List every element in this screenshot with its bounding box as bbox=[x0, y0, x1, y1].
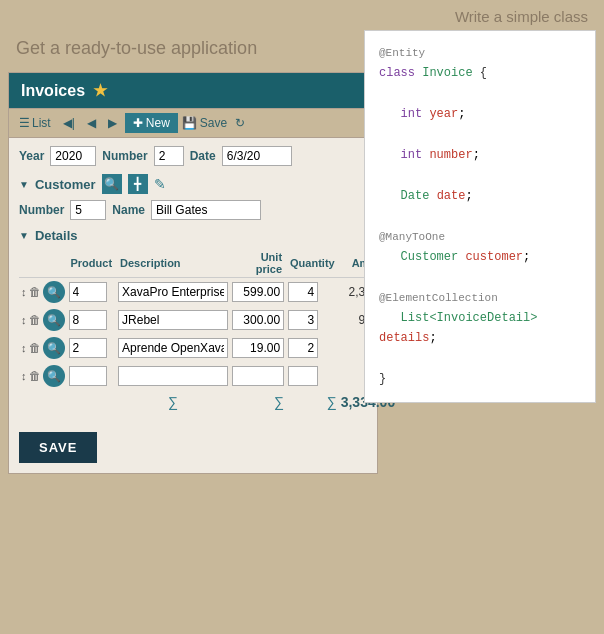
details-table: Product Description Unit price Quantity … bbox=[19, 249, 397, 414]
details-section-header: ▼ Details bbox=[19, 228, 367, 243]
number-label: Number bbox=[102, 149, 147, 163]
row-actions-1: ↕ 🗑 🔍 bbox=[21, 309, 65, 331]
customer-add-button[interactable]: ╋ bbox=[128, 174, 148, 194]
refresh-icon: ↻ bbox=[235, 116, 245, 130]
unit-price-input-2[interactable] bbox=[232, 338, 284, 358]
product-input-3[interactable] bbox=[69, 366, 107, 386]
unit-price-input-0[interactable] bbox=[232, 282, 284, 302]
row-search-button-3[interactable]: 🔍 bbox=[43, 365, 65, 387]
customer-edit-button[interactable]: ✎ bbox=[154, 176, 166, 192]
description-input-0[interactable] bbox=[118, 282, 228, 302]
save-toolbar-button[interactable]: 💾 Save bbox=[182, 116, 227, 130]
sort-icon-3[interactable]: ↕ bbox=[21, 370, 27, 382]
description-input-3[interactable] bbox=[118, 366, 228, 386]
delete-button-1[interactable]: 🗑 bbox=[29, 313, 41, 327]
number-input[interactable] bbox=[154, 146, 184, 166]
table-row: ↕ 🗑 🔍 38.00 bbox=[19, 334, 397, 362]
sort-icon-1[interactable]: ↕ bbox=[21, 314, 27, 326]
quantity-input-3[interactable] bbox=[288, 366, 318, 386]
code-panel: @Entity class Invoice { int year; int nu… bbox=[364, 30, 596, 403]
delete-button-2[interactable]: 🗑 bbox=[29, 341, 41, 355]
code-line-9: List<InvoiceDetail> details; bbox=[379, 308, 581, 349]
favorite-icon[interactable]: ★ bbox=[93, 81, 107, 100]
search-icon: 🔍 bbox=[104, 177, 119, 191]
details-section: ▼ Details Product Description Unit price… bbox=[19, 228, 367, 414]
col-unit-price: Unit price bbox=[230, 249, 286, 278]
first-button[interactable]: ◀| bbox=[59, 114, 79, 132]
table-row: ↕ 🗑 🔍 900.00 bbox=[19, 306, 397, 334]
customer-search-button[interactable]: 🔍 bbox=[102, 174, 122, 194]
customer-number-input[interactable] bbox=[70, 200, 106, 220]
delete-button-0[interactable]: 🗑 bbox=[29, 285, 41, 299]
col-quantity: Quantity bbox=[286, 249, 339, 278]
row-search-button-2[interactable]: 🔍 bbox=[43, 337, 65, 359]
add-icon: ╋ bbox=[134, 177, 141, 191]
row-actions-2: ↕ 🗑 🔍 bbox=[21, 337, 65, 359]
next-button[interactable]: ▶ bbox=[104, 114, 121, 132]
quantity-input-1[interactable] bbox=[288, 310, 318, 330]
customer-toggle[interactable]: ▼ bbox=[19, 179, 29, 190]
row-search-button-1[interactable]: 🔍 bbox=[43, 309, 65, 331]
search-icon-3: 🔍 bbox=[47, 370, 61, 383]
table-row: ↕ 🗑 🔍 bbox=[19, 362, 397, 390]
refresh-button[interactable]: ↻ bbox=[231, 114, 249, 132]
customer-fields: Number Name bbox=[19, 200, 367, 220]
next-icon: ▶ bbox=[108, 116, 117, 130]
code-line-5: Date date; bbox=[379, 186, 581, 206]
bg-top-text: Write a simple class bbox=[455, 8, 588, 25]
product-input-2[interactable] bbox=[69, 338, 107, 358]
list-icon: ☰ bbox=[19, 116, 30, 130]
code-line-7: Customer customer; bbox=[379, 247, 581, 267]
first-icon: ◀| bbox=[63, 116, 75, 130]
sort-icon-0[interactable]: ↕ bbox=[21, 286, 27, 298]
form-area: Year Number Date ▼ Customer 🔍 ╋ ✎ Number… bbox=[9, 138, 377, 422]
description-input-1[interactable] bbox=[118, 310, 228, 330]
new-icon: ✚ bbox=[133, 116, 143, 130]
app-panel: Invoices ★ ☰ List ◀| ◀ ▶ ✚ New 💾 Save ↻ bbox=[8, 72, 378, 474]
row-search-button-0[interactable]: 🔍 bbox=[43, 281, 65, 303]
description-input-2[interactable] bbox=[118, 338, 228, 358]
code-line-6: @ManyToOne bbox=[379, 227, 581, 247]
date-input[interactable] bbox=[222, 146, 292, 166]
details-table-header: Product Description Unit price Quantity … bbox=[19, 249, 397, 278]
customer-section-header: ▼ Customer 🔍 ╋ ✎ bbox=[19, 174, 367, 194]
search-icon-0: 🔍 bbox=[47, 286, 61, 299]
row-actions-0: ↕ 🗑 🔍 bbox=[21, 281, 65, 303]
code-line-1: @Entity bbox=[379, 43, 581, 63]
quantity-input-2[interactable] bbox=[288, 338, 318, 358]
quantity-input-0[interactable] bbox=[288, 282, 318, 302]
code-line-3: int year; bbox=[379, 104, 581, 124]
details-toggle[interactable]: ▼ bbox=[19, 230, 29, 241]
save-area: SAVE bbox=[9, 422, 377, 473]
year-label: Year bbox=[19, 149, 44, 163]
list-button[interactable]: ☰ List bbox=[15, 114, 55, 132]
product-input-1[interactable] bbox=[69, 310, 107, 330]
new-button[interactable]: ✚ New bbox=[125, 113, 178, 133]
year-input[interactable] bbox=[50, 146, 96, 166]
sort-icon-2[interactable]: ↕ bbox=[21, 342, 27, 354]
delete-button-3[interactable]: 🗑 bbox=[29, 369, 41, 383]
code-line-10: } bbox=[379, 369, 581, 389]
prev-button[interactable]: ◀ bbox=[83, 114, 100, 132]
unit-price-input-1[interactable] bbox=[232, 310, 284, 330]
title-bar: Invoices ★ bbox=[9, 73, 377, 108]
sigma-row: ∑ ∑ ∑ 3,334.00 bbox=[19, 390, 397, 414]
unit-price-input-3[interactable] bbox=[232, 366, 284, 386]
code-line-2: class Invoice { bbox=[379, 63, 581, 83]
row-actions-3: ↕ 🗑 🔍 bbox=[21, 365, 65, 387]
save-icon: 💾 bbox=[182, 116, 197, 130]
save-button[interactable]: SAVE bbox=[19, 432, 97, 463]
code-line-8: @ElementCollection bbox=[379, 288, 581, 308]
toolbar: ☰ List ◀| ◀ ▶ ✚ New 💾 Save ↻ bbox=[9, 108, 377, 138]
customer-label: Customer bbox=[35, 177, 96, 192]
edit-icon: ✎ bbox=[154, 176, 166, 192]
product-input-0[interactable] bbox=[69, 282, 107, 302]
customer-name-label: Name bbox=[112, 203, 145, 217]
code-line-4: int number; bbox=[379, 145, 581, 165]
bg-bottom-text: Get a ready-to-use application bbox=[16, 38, 257, 59]
search-icon-2: 🔍 bbox=[47, 342, 61, 355]
col-description: Description bbox=[116, 249, 230, 278]
app-title: Invoices bbox=[21, 82, 85, 100]
customer-name-input[interactable] bbox=[151, 200, 261, 220]
table-row: ↕ 🗑 🔍 2,396.00 bbox=[19, 278, 397, 307]
